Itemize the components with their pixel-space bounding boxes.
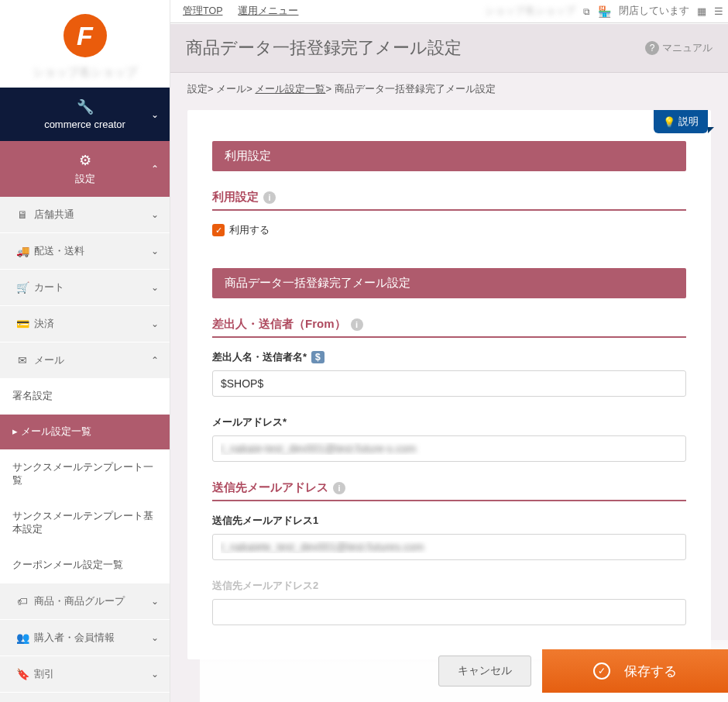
nav-discount[interactable]: 🔖 割引 ⌄ [0, 656, 170, 693]
subnav-label: メール設定一覧 [21, 426, 91, 437]
nav-commerce-creator[interactable]: 🔧 commerce creator ⌄ [0, 88, 170, 141]
dest2-input[interactable] [212, 599, 686, 625]
shop-name: ショップ名ショップ [8, 65, 162, 80]
section-usage-bar: 利用設定 [212, 141, 686, 171]
save-label: 保存する [624, 662, 677, 680]
chevron-down-icon: ⌄ [151, 318, 159, 329]
nav-settings[interactable]: ⚙ 設定 ⌃ [0, 141, 170, 197]
nav-points[interactable]: Ⓟ ポイント ⌄ [0, 693, 170, 702]
truck-icon: 🚚 [12, 245, 33, 257]
subnav-thanks-template-list[interactable]: サンクスメールテンプレート一覧 [0, 450, 170, 499]
store-icon: 🏪 [598, 5, 611, 18]
sender-name-input[interactable] [212, 370, 686, 397]
arrow-icon: ▸ [12, 426, 18, 437]
nav-commerce-label: commerce creator [44, 119, 125, 130]
manual-link[interactable]: ? マニュアル [645, 41, 713, 55]
field-from-title: 差出人・送信者（From） i [212, 317, 686, 338]
crumb-current: 商品データ一括登録完了メール設定 [335, 83, 496, 95]
nav-label: 決済 [34, 317, 54, 331]
use-checkbox-row[interactable]: ✓ 利用する [212, 223, 686, 237]
main: 管理TOP 運用メニュー ショップ名ショップ ⧉ 🏪 閉店しています ▦ ☰ 商… [170, 0, 728, 702]
hamburger-icon[interactable]: ☰ [714, 5, 723, 17]
field-dest-title: 送信先メールアドレス i [212, 480, 686, 501]
nav-label: 商品・商品グループ [34, 594, 125, 608]
save-button[interactable]: ✓ 保存する [542, 649, 728, 693]
field-title-label: 利用設定 [212, 190, 259, 205]
check-circle-icon: ✓ [593, 662, 610, 680]
cart-icon: 🛒 [12, 281, 33, 294]
grid-icon[interactable]: ▦ [697, 5, 706, 17]
wrench-icon: 🔧 [75, 98, 95, 115]
chevron-down-icon: ⌄ [151, 246, 159, 256]
content: 💡 説明 利用設定 利用設定 i ✓ 利用する 商品データ一括登録完了メール設定… [170, 105, 728, 702]
monitor-icon: 🖥 [12, 208, 33, 221]
explain-label: 説明 [678, 115, 699, 129]
tag-icon: 🔖 [12, 668, 33, 680]
use-label: 利用する [229, 223, 270, 237]
store-closed-label: 閉店しています [619, 5, 689, 18]
info-icon[interactable]: i [333, 482, 345, 494]
crumb-settings[interactable]: 設定 [187, 83, 208, 95]
chevron-down-icon: ⌄ [151, 209, 159, 220]
manual-label: マニュアル [662, 41, 713, 55]
card-icon: 💳 [12, 318, 33, 330]
crumb-mail[interactable]: メール [216, 83, 246, 95]
nav-label: 店舗共通 [34, 208, 74, 222]
chevron-up-icon: ⌃ [151, 163, 159, 174]
variable-badge-icon[interactable]: $ [311, 351, 325, 363]
lightbulb-icon: 💡 [663, 116, 675, 128]
field-title-label: 送信先メールアドレス [212, 480, 328, 495]
logo-letter: F [77, 21, 93, 51]
sender-name-label: 差出人名・送信者名* $ [212, 350, 686, 364]
cancel-button[interactable]: キャンセル [438, 656, 531, 687]
info-icon[interactable]: i [351, 318, 363, 331]
nav-products[interactable]: 🏷 商品・商品グループ ⌄ [0, 583, 170, 620]
label-text: メールアドレス* [212, 415, 287, 429]
nav-settings-label: 設定 [75, 172, 95, 186]
nav-mail[interactable]: ✉ メール ⌃ [0, 342, 170, 379]
mail-address-label: メールアドレス* [212, 415, 686, 429]
settings-card: 💡 説明 利用設定 利用設定 i ✓ 利用する 商品データ一括登録完了メール設定… [187, 110, 711, 659]
mail-icon: ✉ [12, 354, 33, 366]
nav-cart[interactable]: 🛒 カート ⌄ [0, 270, 170, 306]
nav-store-common[interactable]: 🖥 店舗共通 ⌄ [0, 197, 170, 233]
external-link-icon[interactable]: ⧉ [583, 6, 590, 17]
sidebar: F ショップ名ショップ 🔧 commerce creator ⌄ ⚙ 設定 ⌃ … [0, 0, 170, 702]
nav-label: 購入者・会員情報 [34, 631, 115, 645]
bag-icon: 🏷 [12, 595, 33, 607]
shop-header-name: ショップ名ショップ [485, 5, 575, 18]
page-title-bar: 商品データ一括登録完了メール設定 ? マニュアル [170, 23, 728, 73]
tab-admin-top[interactable]: 管理TOP [175, 0, 230, 22]
nav-customers[interactable]: 👥 購入者・会員情報 ⌄ [0, 620, 170, 656]
checkbox-checked-icon[interactable]: ✓ [212, 224, 225, 236]
chevron-down-icon: ⌄ [151, 632, 159, 643]
chevron-down-icon: ⌄ [151, 282, 159, 293]
question-icon: ? [645, 41, 659, 55]
chevron-down-icon: ⌄ [151, 109, 159, 120]
section-mail-bar: 商品データ一括登録完了メール設定 [212, 268, 686, 298]
subnav-mail-settings-list[interactable]: ▸メール設定一覧 [0, 415, 170, 450]
chevron-down-icon: ⌄ [151, 596, 159, 607]
page-title: 商品データ一括登録完了メール設定 [186, 36, 462, 60]
label-text: 差出人名・送信者名* [212, 350, 307, 364]
subnav-thanks-template-basic[interactable]: サンクスメールテンプレート基本設定 [0, 499, 170, 548]
logo-block: F ショップ名ショップ [0, 0, 170, 88]
subnav-coupon-mail[interactable]: クーポンメール設定一覧 [0, 548, 170, 583]
users-icon: 👥 [12, 631, 33, 644]
explain-tab[interactable]: 💡 説明 [654, 110, 708, 133]
nav-shipping[interactable]: 🚚 配送・送料 ⌄ [0, 233, 170, 270]
field-usage-title: 利用設定 i [212, 190, 686, 211]
dest1-input[interactable] [212, 534, 686, 560]
subnav-signature[interactable]: 署名設定 [0, 379, 170, 415]
dest2-label: 送信先メールアドレス2 [212, 579, 686, 593]
chevron-up-icon: ⌃ [151, 355, 159, 366]
chevron-down-icon: ⌄ [151, 669, 159, 680]
logo-icon: F [64, 14, 107, 57]
field-title-label: 差出人・送信者（From） [212, 317, 346, 332]
topbar: 管理TOP 運用メニュー ショップ名ショップ ⧉ 🏪 閉店しています ▦ ☰ [170, 0, 728, 23]
info-icon[interactable]: i [263, 191, 276, 204]
nav-payment[interactable]: 💳 決済 ⌄ [0, 306, 170, 342]
mail-address-input[interactable] [212, 435, 686, 462]
crumb-mail-list[interactable]: メール設定一覧 [255, 83, 325, 95]
tab-operation-menu[interactable]: 運用メニュー [230, 0, 306, 22]
